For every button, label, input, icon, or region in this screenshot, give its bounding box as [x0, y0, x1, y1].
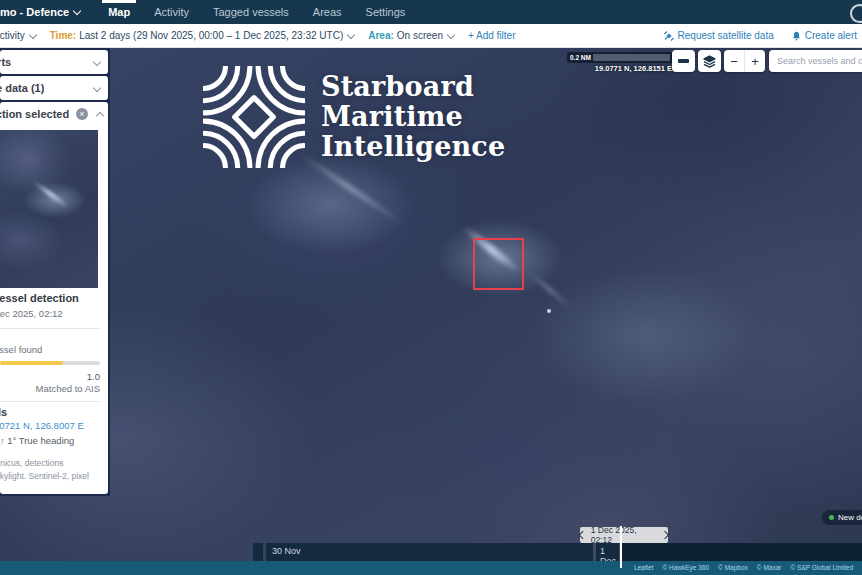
new-detections-label: New detections — [838, 513, 862, 522]
workspace-label: Demo - Defence — [0, 6, 69, 18]
panel-alerts-title: Alerts — [0, 56, 11, 68]
score-value: 1.0 — [0, 371, 100, 382]
zoom-control: − + — [724, 50, 765, 72]
new-detections-button[interactable]: New detections — [822, 510, 862, 525]
search-box — [769, 50, 862, 72]
score-label: Vessel found — [0, 344, 42, 355]
tab-areas[interactable]: Areas — [301, 0, 354, 24]
chevron-down-icon — [347, 30, 355, 38]
starboard-logo-text: Starboard Maritime Intelligence — [321, 72, 505, 162]
attribution-hawkeye[interactable]: © HawkEye 360 — [662, 564, 709, 571]
small-vessel-dot — [547, 309, 551, 313]
scale-label: 0.2 NM — [567, 54, 591, 61]
close-icon[interactable]: × — [76, 108, 88, 120]
chevron-left-icon[interactable] — [579, 531, 587, 539]
attribution-mapbox[interactable]: © Mapbox — [718, 564, 748, 571]
thumbnail-wake-streak — [31, 179, 71, 210]
create-alert-button[interactable]: Create alert — [792, 30, 857, 41]
scale-line — [593, 54, 670, 61]
panel-satellite-data-title: Satellite data (1) — [0, 82, 44, 94]
map-scale-bar: 0.2 NM — [567, 52, 672, 63]
tab-map[interactable]: Map — [96, 0, 142, 24]
tab-activity[interactable]: Activity — [142, 0, 201, 24]
measure-icon — [678, 59, 689, 63]
area-filter[interactable]: Area: On screen — [368, 30, 454, 41]
bell-icon — [792, 31, 801, 41]
panel-selection-title: 1 detection selected — [0, 108, 69, 120]
panel-detection-selected: 1 detection selected × Satellite vessel … — [0, 102, 108, 494]
tab-settings[interactable]: Settings — [354, 0, 418, 24]
filter-bar: Activity Time: Last 2 days (29 Nov 2025,… — [0, 24, 862, 48]
timeline-playhead[interactable] — [620, 526, 622, 568]
divider — [0, 401, 100, 402]
source-attribution-line1: Copernicus, detections — [0, 458, 63, 468]
area-filter-label: Area: — [368, 30, 394, 41]
attribution-leaflet[interactable]: Leaflet — [634, 564, 654, 571]
time-filter[interactable]: Time: Last 2 days (29 Nov 2025, 00:00 – … — [50, 30, 355, 41]
starboard-logo: Starboard Maritime Intelligence — [203, 66, 505, 168]
timeline-segment-future[interactable] — [622, 543, 862, 561]
score-progress-fill — [0, 361, 63, 365]
area-filter-value: On screen — [397, 30, 443, 41]
time-filter-label: Time: — [50, 30, 77, 41]
timeline-segment-30nov[interactable]: 30 Nov — [266, 543, 593, 561]
layers-icon — [703, 55, 716, 68]
satellite-icon — [664, 31, 674, 41]
measure-tool-button[interactable] — [672, 50, 695, 72]
details-heading: Details — [0, 406, 7, 418]
help-icon[interactable] — [850, 4, 862, 23]
detection-thumbnail[interactable] — [0, 130, 98, 288]
detection-selection-box[interactable] — [473, 238, 524, 290]
top-navigation-bar: Demo - Defence Map Activity Tagged vesse… — [0, 0, 862, 24]
layers-button[interactable] — [698, 50, 721, 72]
cloud-streak — [526, 269, 575, 311]
source-attribution-line2: Skylight. Sentinel-2, pixel — [0, 471, 89, 481]
chevron-down-icon — [73, 7, 81, 15]
divider — [0, 328, 100, 329]
chevron-down-icon — [28, 30, 36, 38]
chevron-down-icon — [447, 30, 455, 38]
timeline-segment[interactable] — [253, 543, 263, 561]
attribution-maxar[interactable]: © Maxar — [757, 564, 782, 571]
panel-alerts[interactable]: Alerts — [0, 50, 108, 74]
panel-satellite-data[interactable]: Satellite data (1) — [0, 76, 108, 100]
timeline-current-label: 1 Dec 2025, 02:12 — [591, 525, 657, 545]
left-sidebar: Alerts Satellite data (1) 1 detection se… — [0, 48, 110, 496]
add-filter-button[interactable]: + Add filter — [468, 30, 516, 41]
app-window: Starboard Maritime Intelligence Demo - D… — [0, 0, 862, 575]
search-input[interactable] — [769, 50, 862, 72]
satellite-map[interactable]: Starboard Maritime Intelligence — [0, 0, 862, 575]
detection-timestamp: 1 Dec 2025, 02:12 — [0, 308, 63, 319]
time-filter-value: Last 2 days (29 Nov 2025, 00:00 – 1 Dec … — [79, 30, 343, 41]
heading-arrow-icon: ↑ — [0, 436, 5, 447]
request-satellite-data-button[interactable]: Request satellite data — [664, 30, 774, 41]
activity-filter-dropdown[interactable]: Activity — [0, 30, 36, 41]
timeline-segment-1dec[interactable]: 1 Dec — [596, 543, 619, 561]
map-footer: Leaflet © HawkEye 360 © Mapbox © Maxar ©… — [0, 561, 862, 575]
starboard-logo-mark — [203, 66, 305, 168]
cursor-coordinates: 19.0771 N, 126.8151 E — [540, 64, 672, 73]
score-note: Matched to AIS — [0, 383, 100, 394]
timeline-day-label: 30 Nov — [272, 546, 301, 556]
timeline-current-time[interactable]: 1 Dec 2025, 02:12 — [580, 527, 668, 543]
workspace-dropdown[interactable]: Demo - Defence — [0, 0, 80, 24]
attribution-sp-global[interactable]: © S&P Global Limited — [791, 564, 854, 571]
zoom-in-button[interactable]: + — [745, 50, 765, 72]
tab-tagged-vessels[interactable]: Tagged vessels — [201, 0, 301, 24]
score-progress-bar — [0, 361, 100, 365]
zoom-out-button[interactable]: − — [724, 50, 745, 72]
detection-coordinates-link[interactable]: 19.0721 N, 126.8007 E — [0, 420, 84, 431]
true-heading: 1° True heading — [7, 435, 74, 446]
map-attribution: Leaflet © HawkEye 360 © Mapbox © Maxar ©… — [634, 564, 862, 571]
detection-title: Satellite vessel detection — [0, 292, 79, 304]
green-dot-icon — [829, 515, 834, 520]
